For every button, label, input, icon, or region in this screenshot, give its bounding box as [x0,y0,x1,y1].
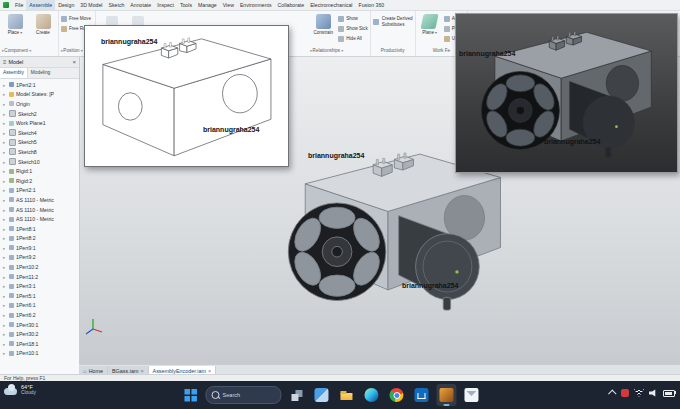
mail-icon[interactable] [461,384,481,406]
inset-wireframe-view[interactable]: briannugraha254 briannugraha254 [84,25,289,167]
tree-item[interactable]: Sketch5 [0,138,79,148]
expand-caret-icon[interactable] [3,120,7,126]
tree-item[interactable]: Model States: [P [0,90,79,100]
menu-tab[interactable]: Fusion 360 [356,0,388,10]
expand-caret-icon[interactable] [3,168,7,174]
create-button[interactable]: Create [30,12,56,35]
expand-caret-icon[interactable] [3,207,7,213]
expand-caret-icon[interactable] [3,341,7,347]
store-icon[interactable] [411,384,431,406]
tree-item[interactable]: 1Pert8:1 [0,224,79,234]
tree-item[interactable]: Work Plane1 [0,118,79,128]
inventor-icon[interactable] [436,384,456,406]
group-label-productivity[interactable]: Productivity [371,48,415,56]
show-button[interactable]: Show [338,14,367,23]
expand-caret-icon[interactable] [3,350,7,356]
browser-menu-icon[interactable] [3,59,7,65]
tree-item[interactable]: AS 1110 - Metric [0,195,79,205]
inset-render-view[interactable]: briannugraha254 briannugraha254 [455,13,678,173]
constrain-button[interactable]: Constrain [310,12,336,35]
tree-item[interactable]: 1Pert6:2 [0,310,79,320]
tree-item[interactable]: 1Pert9:1 [0,243,79,253]
expand-caret-icon[interactable] [3,216,7,222]
expand-caret-icon[interactable] [3,149,7,155]
expand-caret-icon[interactable] [3,101,7,107]
tree-item[interactable]: 1Pert2:1 [0,186,79,196]
expand-caret-icon[interactable] [3,293,7,299]
tree-item[interactable]: Rigid:2 [0,176,79,186]
tree-item[interactable]: 1Pert30:1 [0,320,79,330]
hide-all-button[interactable]: Hide All [338,34,367,43]
expand-caret-icon[interactable] [3,82,7,88]
menu-tab[interactable]: Tools [177,0,195,10]
tree-item[interactable]: 1Pert18:1 [0,339,79,349]
weather-widget[interactable]: 64°F Cloudy [4,384,36,396]
expand-caret-icon[interactable] [3,322,7,328]
browser-tab[interactable]: Assembly [0,68,28,78]
expand-caret-icon[interactable] [3,302,7,308]
menu-tab[interactable]: Inspect [154,0,177,10]
tree-item[interactable]: 1Pert2:1 [0,80,79,90]
expand-caret-icon[interactable] [3,312,7,318]
tree-item[interactable]: AS 1110 - Metric [0,205,79,215]
file-explorer-icon[interactable] [336,384,356,406]
browser-tab[interactable]: Modeling [28,68,53,78]
expand-caret-icon[interactable] [3,226,7,232]
expand-caret-icon[interactable] [3,159,7,165]
menu-tab[interactable]: Environments [237,0,275,10]
tree-item[interactable]: 1Pert10:1 [0,349,79,359]
free-move-button[interactable]: Free Move [61,14,93,23]
expand-caret-icon[interactable] [3,187,7,193]
widgets-icon[interactable] [311,384,331,406]
menu-tab[interactable]: Annotate [127,0,154,10]
tree-item[interactable]: 1Pert11:2 [0,272,79,282]
tree-item[interactable]: Sketch10 [0,157,79,167]
edge-icon[interactable] [361,384,381,406]
menu-tab[interactable]: View [220,0,237,10]
tree-item[interactable]: 1Pert30:2 [0,329,79,339]
tray-chevron-icon[interactable] [610,387,616,399]
tree-item[interactable]: AS 1110 - Metric [0,214,79,224]
menu-tab[interactable]: Design [55,0,77,10]
defender-icon[interactable] [621,387,629,399]
tree-item[interactable]: 1Pert9:2 [0,253,79,263]
expand-caret-icon[interactable] [3,235,7,241]
menu-tab[interactable]: 3D Model [77,0,105,10]
menu-tab[interactable]: Collaborate [275,0,308,10]
tree-item[interactable]: Sketch8 [0,147,79,157]
group-label-component[interactable]: Component [0,48,8,56]
tree-item[interactable]: 1Pert10:2 [0,262,79,272]
battery-icon[interactable] [663,387,675,399]
expand-caret-icon[interactable] [3,274,7,280]
menu-tab[interactable]: Manage [195,0,220,10]
tree-item[interactable]: Rigid:1 [0,166,79,176]
tab-close-icon[interactable] [140,368,143,374]
expand-caret-icon[interactable] [3,197,7,203]
create-derived-substitutes-button[interactable]: Create Derived Substitutes [373,12,413,27]
menu-tab[interactable]: Assemble [26,0,55,10]
wifi-icon[interactable] [634,387,644,399]
expand-caret-icon[interactable] [3,111,7,117]
browser-close-icon[interactable] [72,59,76,65]
expand-caret-icon[interactable] [3,331,7,337]
expand-caret-icon[interactable] [3,264,7,270]
expand-caret-icon[interactable] [3,139,7,145]
expand-caret-icon[interactable] [3,283,7,289]
menu-tab[interactable]: File [12,0,26,10]
expand-caret-icon[interactable] [3,130,7,136]
tree-item[interactable]: 1Pert8:2 [0,234,79,244]
tree-item[interactable]: Origin [0,99,79,109]
tab-close-icon[interactable] [208,368,211,374]
plane-button[interactable]: Plane [418,12,442,35]
menu-tab[interactable]: Electromechanical [307,0,355,10]
tree-item[interactable]: Sketch4 [0,128,79,138]
show-sick-button[interactable]: Show Sick [338,24,367,33]
expand-caret-icon[interactable] [3,91,7,97]
expand-caret-icon[interactable] [3,245,7,251]
taskbar-search[interactable]: Search [205,386,281,404]
tree-item[interactable]: Sketch2 [0,109,79,119]
menu-tab[interactable]: Sketch [106,0,128,10]
task-view-icon[interactable] [286,384,306,406]
group-label-position[interactable]: Position [59,48,67,56]
start-button[interactable] [180,384,200,406]
